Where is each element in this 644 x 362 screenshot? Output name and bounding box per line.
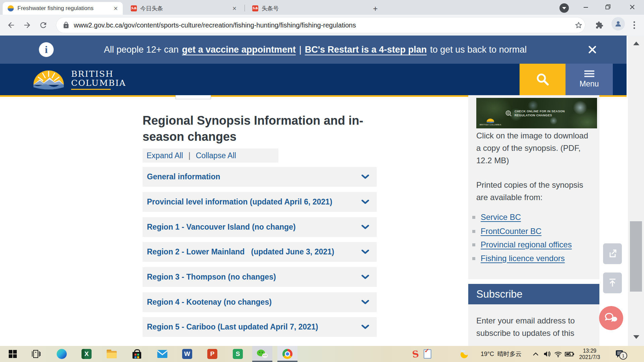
edge-browser-button[interactable]	[52, 346, 72, 362]
brand-underline	[71, 89, 111, 90]
forward-button[interactable]	[21, 19, 34, 32]
wifi-icon	[554, 351, 562, 357]
screen: Freshwater fishing regulations ✕ 头条 今日头条…	[0, 0, 644, 362]
accordion-provincial-level[interactable]: Provincial level information (updated Ap…	[143, 192, 377, 212]
tray-expand-button[interactable]	[531, 346, 541, 362]
accordion-region-5[interactable]: Region 5 - Cariboo (Last updated April 7…	[143, 317, 377, 337]
wifi-button[interactable]	[553, 346, 564, 362]
printed-copies-note: Printed copies of the synopsis are avail…	[476, 179, 594, 203]
window-minimize-button[interactable]	[576, 0, 596, 14]
weather-icon-button[interactable]	[458, 346, 472, 362]
image-overlay-line2: REGULATION CHANGES	[515, 113, 565, 117]
bc-favicon-icon	[7, 5, 14, 12]
subscribe-title: Subscribe	[476, 288, 523, 300]
accordion-general-information[interactable]: General information	[143, 167, 377, 187]
service-bc-link[interactable]: Service BC	[481, 213, 521, 222]
tab-title: 今日头条	[140, 5, 227, 12]
accordion-region-4[interactable]: Region 4 - Kootenay (no changes)	[143, 292, 377, 312]
document-check-icon: ✓	[424, 349, 431, 359]
bc-emblem-icon	[31, 66, 66, 93]
page-title: Regional Synopsis Information and in-sea…	[143, 113, 377, 145]
tab-close-icon[interactable]: ✕	[112, 5, 119, 12]
tab-title: Freshwater fishing regulations	[17, 5, 109, 12]
chat-widget-button[interactable]	[599, 306, 623, 330]
tab-search-dropdown-icon[interactable]	[559, 3, 569, 13]
file-explorer-button[interactable]	[102, 346, 122, 362]
volume-button[interactable]	[542, 346, 553, 362]
excel-icon: X	[82, 349, 92, 359]
square-bullet-icon	[472, 230, 475, 233]
window-close-button[interactable]	[622, 0, 643, 14]
new-tab-button[interactable]: +	[370, 4, 381, 13]
notes-doc-button[interactable]: ✓	[422, 346, 433, 362]
tray-time: 13:29	[583, 348, 596, 354]
bookmark-star-button[interactable]	[572, 19, 585, 32]
back-button[interactable]	[5, 19, 17, 32]
fishing-licence-vendors-link[interactable]: Fishing licence vendors	[481, 254, 565, 263]
accordion-region-3[interactable]: Region 3 - Thompson (no changes)	[143, 267, 377, 287]
download-note: Click on the image to download a copy of…	[476, 129, 594, 167]
collapse-all-link[interactable]: Collapse All	[196, 151, 236, 160]
powerpoint-button[interactable]: P	[202, 346, 222, 362]
word-button[interactable]: W	[177, 346, 197, 362]
banner-message: All people 12+ can get a vaccine appoint…	[60, 36, 570, 64]
restart-plan-link[interactable]: BC's Restart is a 4-step plan	[305, 45, 427, 55]
back-to-top-button[interactable]	[603, 273, 622, 293]
notification-badge: 1	[619, 352, 627, 360]
chrome-button[interactable]	[277, 346, 298, 362]
browser-menu-button[interactable]	[628, 19, 641, 32]
scroll-up-arrow-icon[interactable]	[633, 42, 639, 45]
microsoft-store-button[interactable]	[127, 346, 147, 362]
excel-button[interactable]: X	[76, 346, 97, 362]
site-menu-button[interactable]: Menu	[566, 64, 613, 95]
site-search-button[interactable]	[520, 64, 566, 95]
toutiao-favicon-icon: 头条	[131, 5, 137, 11]
tab-fishing-regulations[interactable]: Freshwater fishing regulations ✕	[3, 2, 123, 15]
banner-close-button[interactable]	[586, 44, 598, 56]
page-scrollbar[interactable]	[628, 36, 644, 346]
hamburger-icon	[584, 70, 594, 77]
wechat-button[interactable]	[252, 346, 272, 362]
green-s-app-button[interactable]: S	[228, 346, 248, 362]
bc-logo-link[interactable]: British Columbia	[31, 66, 126, 93]
chevron-down-icon	[361, 325, 369, 329]
share-button[interactable]	[603, 243, 622, 264]
expand-collapse-bar: Expand All | Collapse All	[143, 148, 278, 163]
action-center-button[interactable]: 1	[611, 346, 628, 362]
window-restore-button[interactable]	[598, 0, 619, 14]
tab-toutiaohao[interactable]: 头条 头条号	[248, 2, 363, 15]
tab-close-icon[interactable]: ✕	[231, 5, 238, 12]
toutiao-favicon-icon: 头条	[252, 5, 258, 11]
chevron-down-icon	[361, 275, 369, 279]
tab-toutiao[interactable]: 头条 今日头条 ✕	[126, 2, 241, 15]
frontcounter-bc-link[interactable]: FrontCounter BC	[481, 227, 541, 236]
accordion-region-2[interactable]: Region 2 - Lower Mainland (updated June …	[143, 242, 377, 262]
scroll-down-arrow-icon[interactable]	[633, 335, 639, 339]
expand-all-link[interactable]: Expand All	[147, 151, 183, 160]
synopsis-cover-image[interactable]: BRITISH COLUMBIA CHECK ONLINE FOR IN SEA…	[476, 98, 597, 128]
reload-button[interactable]	[37, 19, 50, 32]
accordion-region-1[interactable]: Region 1 - Vancouver Island (no change)	[143, 217, 377, 237]
task-view-button[interactable]	[26, 346, 46, 362]
back-arrow-icon	[7, 21, 15, 29]
sogou-input-button[interactable]: S	[410, 346, 421, 362]
scrollbar-thumb[interactable]	[630, 221, 642, 292]
powerpoint-icon: P	[207, 349, 217, 359]
extensions-button[interactable]	[593, 19, 606, 32]
clock[interactable]: 13:29 2021/7/3	[572, 346, 607, 362]
word-icon: W	[182, 349, 192, 359]
weather-tray-text[interactable]: 19°C 晴时多云	[474, 346, 528, 362]
brand-line1: British	[71, 69, 126, 78]
square-bullet-icon	[472, 257, 475, 260]
provincial-regional-offices-link[interactable]: Provincial regional offices	[481, 240, 572, 249]
vaccine-appointment-link[interactable]: get a vaccine appointment	[182, 45, 296, 55]
sogou-s-icon: S	[412, 348, 420, 359]
star-icon	[575, 21, 583, 29]
search-icon	[535, 72, 550, 87]
address-bar[interactable]: www2.gov.bc.ca/gov/content/sports-cultur…	[56, 17, 585, 33]
start-button[interactable]	[3, 346, 23, 362]
green-s-app-icon: S	[233, 349, 243, 359]
chevron-down-icon	[361, 300, 369, 304]
profile-avatar[interactable]	[611, 17, 625, 31]
mail-button[interactable]	[152, 346, 172, 362]
